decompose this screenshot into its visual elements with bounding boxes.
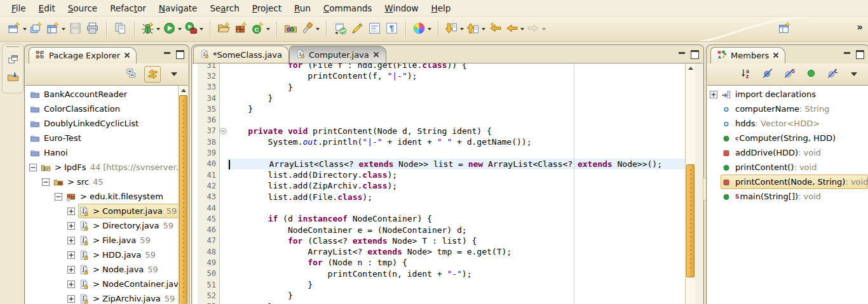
tree-row[interactable]: BankAccountReader xyxy=(25,87,179,102)
maximize-icon[interactable] xyxy=(856,50,864,59)
mark-occurrences-button[interactable] xyxy=(349,19,366,39)
restore-view-button[interactable] xyxy=(4,51,22,67)
new-class-button[interactable]: C xyxy=(250,19,271,39)
run-button[interactable] xyxy=(161,19,183,39)
tree-row[interactable]: cComputer(String, HDD) xyxy=(707,131,868,145)
menu-edit[interactable]: Edit xyxy=(32,1,62,15)
toolbar-overflow-chevron[interactable]: » xyxy=(857,22,863,33)
fastbar-drag-handle[interactable] xyxy=(6,46,19,50)
editor-tab-computerjava[interactable]: JComputer.java xyxy=(289,46,386,63)
tree-row[interactable]: hdds : Vector<HDD> xyxy=(707,116,868,131)
scrollbar-thumb[interactable] xyxy=(179,95,187,304)
tree-row[interactable]: J> Node.java59 xyxy=(25,262,179,277)
menu-source[interactable]: Source xyxy=(62,1,104,15)
tree-row[interactable]: J> IpdFs44 [https://svnserver.i xyxy=(25,160,179,175)
tree-row[interactable]: DoublyLinkedCyclicList xyxy=(25,116,179,131)
search-button[interactable] xyxy=(299,19,321,39)
package-explorer-scrollbar[interactable] xyxy=(178,86,188,304)
tree-row[interactable]: computerName : String xyxy=(707,102,868,116)
new-package-button[interactable] xyxy=(233,19,250,39)
scroll-up-arrow[interactable] xyxy=(179,86,188,95)
menu-run[interactable]: Run xyxy=(288,1,317,15)
save-button[interactable] xyxy=(67,19,84,39)
show-whitespace-button[interactable]: ¶ xyxy=(383,19,400,39)
menu-project[interactable]: Project xyxy=(246,1,288,15)
open-type-button[interactable] xyxy=(282,19,299,39)
editor-scrollbar[interactable] xyxy=(685,63,695,304)
fold-marker-icon[interactable] xyxy=(219,128,227,135)
open-perspective-button[interactable] xyxy=(776,19,793,39)
tree-row[interactable]: J> ZipArchiv.java59 xyxy=(25,291,179,304)
expand-icon[interactable] xyxy=(67,281,75,288)
tree-row[interactable]: > edu.kit.filesystem xyxy=(25,189,179,204)
hide-fields-button[interactable] xyxy=(759,66,776,83)
tree-row[interactable]: J> Directory.java59 xyxy=(25,218,179,233)
new-editor-button[interactable] xyxy=(112,19,129,39)
expand-icon[interactable] xyxy=(67,266,75,274)
debug-button[interactable] xyxy=(140,19,161,39)
tree-row[interactable]: import declarations xyxy=(707,87,868,102)
sort-button[interactable]: az xyxy=(738,66,754,83)
synchronize-button[interactable] xyxy=(332,19,349,39)
last-edit-location-button[interactable] xyxy=(487,19,504,39)
expand-icon[interactable] xyxy=(67,295,75,303)
editor-tab-someclassjava[interactable]: J*SomeClass.java xyxy=(193,46,289,63)
show-public-only-button[interactable] xyxy=(803,66,819,83)
external-tools-button[interactable] xyxy=(183,19,205,39)
new-java-project-button[interactable] xyxy=(215,19,233,39)
tree-row[interactable]: printContent() : void xyxy=(707,160,868,175)
show-selected-element-button[interactable] xyxy=(366,19,383,39)
menu-file[interactable]: File xyxy=(5,1,32,15)
print-button[interactable] xyxy=(84,19,101,39)
close-icon[interactable] xyxy=(124,51,130,60)
hide-local-types-button[interactable]: L xyxy=(824,66,841,83)
menu-window[interactable]: Window xyxy=(378,1,424,15)
tree-row[interactable]: Hanoi xyxy=(25,145,179,160)
tree-row[interactable]: J> HDD.java59 xyxy=(25,248,179,262)
menu-help[interactable]: Help xyxy=(425,1,458,15)
expand-icon[interactable] xyxy=(710,91,717,98)
tree-row[interactable]: J> File.java59 xyxy=(25,233,179,248)
view-menu-button[interactable] xyxy=(846,66,862,83)
code-editor[interactable]: 31 for (File f : hdd.get(File.class)) {3… xyxy=(193,63,703,304)
collapse-icon[interactable] xyxy=(42,178,50,186)
expand-icon[interactable] xyxy=(67,251,75,259)
maximize-icon[interactable] xyxy=(691,50,699,59)
menu-search[interactable]: Search xyxy=(203,1,245,15)
expand-icon[interactable] xyxy=(67,237,75,244)
previous-annotation-button[interactable] xyxy=(465,19,487,39)
maximize-icon[interactable] xyxy=(176,50,184,59)
svn-checkout-button[interactable] xyxy=(4,69,22,85)
code-area[interactable]: 31 for (File f : hdd.get(File.class)) {3… xyxy=(193,63,686,304)
menu-commands[interactable]: Commands xyxy=(317,1,378,15)
menu-navigate[interactable]: Navigate xyxy=(153,1,204,15)
collapse-all-button[interactable] xyxy=(123,66,139,83)
minimize-icon[interactable] xyxy=(679,52,685,58)
tree-row[interactable]: ColorClassification xyxy=(25,102,179,116)
tree-row[interactable]: addDrive(HDD) : void xyxy=(707,145,868,160)
close-icon[interactable] xyxy=(373,50,379,60)
link-with-editor-button[interactable] xyxy=(144,66,161,83)
menu-refactor[interactable]: Refactor xyxy=(104,1,153,15)
minimize-icon[interactable] xyxy=(164,52,170,58)
collapse-icon[interactable] xyxy=(55,193,62,201)
scroll-up-arrow[interactable] xyxy=(686,63,695,72)
collapse-icon[interactable] xyxy=(29,164,37,171)
close-icon[interactable] xyxy=(773,51,779,60)
hide-static-button[interactable]: S xyxy=(781,66,797,83)
tab-members[interactable]: Members xyxy=(710,47,785,63)
expand-icon[interactable] xyxy=(67,222,75,230)
tree-row[interactable]: Euro-Test xyxy=(25,131,179,145)
scrollbar-thumb[interactable] xyxy=(686,164,695,277)
overview-ruler[interactable] xyxy=(695,63,703,304)
view-menu-button[interactable] xyxy=(166,66,182,83)
tree-row[interactable]: Smain(String[]) : void xyxy=(707,189,868,204)
tab-package-explorer[interactable]: Package Explorer xyxy=(29,47,137,63)
new-view-button[interactable] xyxy=(45,19,67,39)
forward-button[interactable] xyxy=(526,19,547,39)
color-palette-button[interactable] xyxy=(411,19,433,39)
minimize-icon[interactable] xyxy=(844,52,850,58)
tree-row[interactable]: > src45 xyxy=(25,175,179,189)
back-button[interactable] xyxy=(504,19,526,39)
new-wizard-button[interactable] xyxy=(6,19,28,39)
